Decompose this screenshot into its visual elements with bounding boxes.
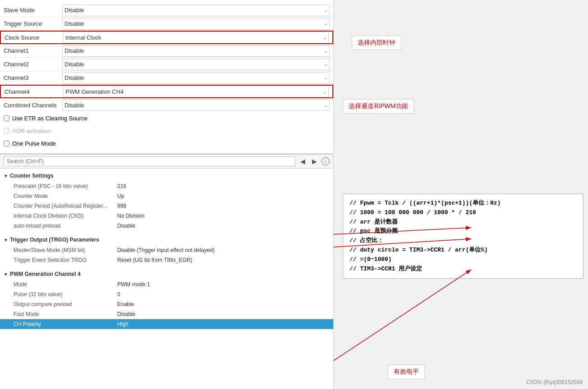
tree-item-label: Mode xyxy=(14,281,117,288)
checkbox-input[interactable] xyxy=(4,141,9,146)
ch-polarity-annotation: 有效电平 xyxy=(388,365,425,379)
config-select[interactable]: Disable⌄ xyxy=(62,99,330,111)
watermark: CSDN @lyq308152569 xyxy=(526,379,583,385)
chevron-down-icon: ⌄ xyxy=(324,8,327,13)
tree-expand-arrow: ▼ xyxy=(4,272,8,277)
tree-item-value: 216 xyxy=(117,183,126,189)
prev-search-button[interactable]: ◀ xyxy=(298,157,307,166)
config-row-combined-channels: Combined ChannelsDisable⌄ xyxy=(0,98,333,112)
config-row-channel4: Channel4PWM Generation CH4⌄ xyxy=(0,85,333,98)
next-search-button[interactable]: ▶ xyxy=(310,157,319,166)
tree-item-value: Up xyxy=(117,193,124,199)
checkbox-label: XOR activation xyxy=(12,128,51,134)
config-select[interactable]: PWM Generation CH4⌄ xyxy=(63,86,329,97)
config-select[interactable]: Disable⌄ xyxy=(62,72,330,84)
config-select[interactable]: Disable⌄ xyxy=(62,5,330,16)
tree-item-label: Output compare preload xyxy=(14,301,117,307)
tree-section-header[interactable]: ▼Trigger Output (TRGO) Parameters xyxy=(0,234,333,245)
checkboxes-container: Use ETR as Clearing SourceXOR activation… xyxy=(0,112,333,150)
chevron-down-icon: ⌄ xyxy=(323,89,326,94)
tree-item-label: Pulse (32 bits value) xyxy=(14,291,117,297)
code-line: // 1000 = 108 000 000 / 1000 * / 216 xyxy=(349,208,577,218)
config-area: Slave ModeDisable⌄Trigger SourceDisable⌄… xyxy=(0,0,333,154)
settings-area: ▼Counter SettingsPrescaler (PSC - 16 bit… xyxy=(0,169,333,389)
tree-item-label: Master/Slave Mode (MSM bit) xyxy=(14,247,117,253)
tree-item[interactable]: Trigger Event Selection TRGOReset (UG bi… xyxy=(0,255,333,265)
config-select[interactable]: Disable⌄ xyxy=(62,45,330,57)
tree-item[interactable]: Counter Period (AutoReload Register...99… xyxy=(0,201,333,211)
config-label: Combined Channels xyxy=(4,102,62,109)
tree-item[interactable]: Prescaler (PSC - 16 bits value)216 xyxy=(0,181,333,191)
config-row-trigger-source: Trigger SourceDisable⌄ xyxy=(0,17,333,31)
config-label: Channel4 xyxy=(5,88,63,95)
code-lines-container: // Fpwm = Tclk / ((arr+1)*(psc+1))(单位：Hz… xyxy=(349,199,577,274)
channel-pwm-text: 选择通道和PWM功能 xyxy=(349,102,408,110)
tree-item-value: PWM mode 1 xyxy=(117,281,150,288)
tree-item-value: 0 xyxy=(117,291,120,297)
search-input[interactable] xyxy=(4,156,295,166)
chevron-down-icon: ⌄ xyxy=(324,103,327,108)
svg-line-3 xyxy=(334,270,471,361)
tree-item-label: Prescaler (PSC - 16 bits value) xyxy=(14,183,117,189)
tree-item-label: Counter Period (AutoReload Register... xyxy=(14,203,117,209)
tree-item-value: Disable xyxy=(117,223,135,229)
search-bar: ◀ ▶ i xyxy=(0,154,333,169)
checkbox-input[interactable] xyxy=(4,115,9,121)
tree-expand-arrow: ▼ xyxy=(4,174,8,178)
tree-item[interactable]: Output compare preloadEnable xyxy=(0,299,333,309)
chevron-down-icon: ⌄ xyxy=(324,21,327,26)
clock-source-text: 选择内部时钟 xyxy=(358,39,395,46)
tree-section: ▼Counter SettingsPrescaler (PSC - 16 bit… xyxy=(0,169,333,233)
config-label: Trigger Source xyxy=(4,20,62,27)
tree-item-value: Enable xyxy=(117,301,134,307)
tree-section-header[interactable]: ▼PWM Generation Channel 4 xyxy=(0,269,333,279)
channel-pwm-annotation: 选择通道和PWM功能 xyxy=(343,99,414,114)
config-row-clock-source: Clock SourceInternal Clock⌄ xyxy=(0,31,333,44)
tree-item-label: Trigger Event Selection TRGO xyxy=(14,257,117,263)
tree-item-value: 999 xyxy=(117,203,126,209)
tree-item-label: Fast Mode xyxy=(14,311,117,317)
tree-item-value: Disable (Trigger input effect not delaye… xyxy=(117,247,215,253)
tree-item[interactable]: CH PolarityHigh xyxy=(0,319,333,329)
checkbox-row-one-pulse-mode: One Pulse Mode xyxy=(0,137,333,150)
config-row-channel3: Channel3Disable⌄ xyxy=(0,71,333,85)
clock-source-annotation: 选择内部时钟 xyxy=(352,36,401,50)
code-line: // 占空比： xyxy=(349,236,577,246)
config-label: Channel1 xyxy=(4,47,62,54)
tree-section: ▼PWM Generation Channel 4ModePWM mode 1P… xyxy=(0,267,333,331)
code-line: // TIM3->CCR1 用户设定 xyxy=(349,265,577,274)
chevron-down-icon: ⌄ xyxy=(324,48,327,53)
right-panel: 选择内部时钟 选择通道和PWM功能 有效电平 // Fpwm = Tclk / … xyxy=(334,0,588,389)
tree-item-label: Counter Mode xyxy=(14,193,117,199)
config-label: Channel2 xyxy=(4,61,62,68)
tree-item-value: No Division xyxy=(117,213,145,219)
tree-item-label: CH Polarity xyxy=(14,321,117,327)
checkbox-row-xor-activation: XOR activation xyxy=(0,124,333,137)
config-select[interactable]: Internal Clock⌄ xyxy=(63,32,329,43)
config-label: Clock Source xyxy=(5,34,63,41)
tree-item[interactable]: Master/Slave Mode (MSM bit)Disable (Trig… xyxy=(0,245,333,255)
tree-item[interactable]: Counter ModeUp xyxy=(0,191,333,201)
chevron-down-icon: ⌄ xyxy=(323,35,326,40)
tree-item[interactable]: Pulse (32 bits value)0 xyxy=(0,289,333,299)
tree-item-value: High xyxy=(117,321,129,327)
checkbox-label: One Pulse Mode xyxy=(12,140,56,147)
tree-item[interactable]: Fast ModeDisable xyxy=(0,309,333,319)
code-line: // psc 是预分频 xyxy=(349,227,577,236)
chevron-down-icon: ⌄ xyxy=(324,62,327,67)
tree-section: ▼Trigger Output (TRGO) ParametersMaster/… xyxy=(0,233,333,267)
tree-item-value: Disable xyxy=(117,311,135,317)
tree-section-header[interactable]: ▼Counter Settings xyxy=(0,170,333,181)
tree-item[interactable]: Internal Clock Division (CKD)No Division xyxy=(0,211,333,221)
tree-container: ▼Counter SettingsPrescaler (PSC - 16 bit… xyxy=(0,169,333,331)
config-label: Slave Mode xyxy=(4,7,62,14)
config-row-slave-mode: Slave ModeDisable⌄ xyxy=(0,4,333,17)
config-select[interactable]: Disable⌄ xyxy=(62,59,330,70)
tree-item[interactable]: ModePWM mode 1 xyxy=(0,279,333,289)
tree-expand-arrow: ▼ xyxy=(4,238,8,243)
checkbox-row-use-etr-as-clearing-source: Use ETR as Clearing Source xyxy=(0,112,333,124)
config-select[interactable]: Disable⌄ xyxy=(62,18,330,30)
config-rows-container: Slave ModeDisable⌄Trigger SourceDisable⌄… xyxy=(0,4,333,112)
tree-item[interactable]: auto-reload preloadDisable xyxy=(0,221,333,231)
checkbox-input xyxy=(4,128,9,134)
